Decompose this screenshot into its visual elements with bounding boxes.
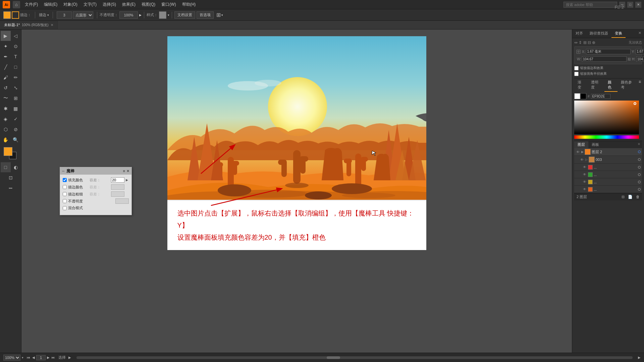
arrange-dropdown-icon[interactable]: ▾ bbox=[221, 13, 223, 17]
layer-target-circle[interactable] bbox=[638, 150, 641, 153]
layer-eye-orange[interactable]: 👁 bbox=[582, 187, 587, 192]
search-input[interactable] bbox=[564, 2, 617, 8]
tab-align[interactable]: 对齐 bbox=[572, 29, 586, 38]
layer-visibility-toggle[interactable]: 👁 bbox=[576, 149, 580, 154]
warp-tool[interactable]: 〜 bbox=[1, 93, 11, 103]
horizontal-scrollbar[interactable] bbox=[76, 356, 633, 359]
layer-row-003[interactable]: 👁 ▷ 003 bbox=[574, 156, 642, 164]
color-panel-menu[interactable]: ≡ bbox=[638, 78, 642, 92]
layer-row-red[interactable]: 👁 ... bbox=[574, 164, 642, 171]
x-input[interactable] bbox=[586, 49, 631, 54]
right-panel-close[interactable]: ✕ bbox=[636, 29, 644, 38]
tab-pathfinder[interactable]: 路径查找器 bbox=[586, 29, 611, 38]
layer-circle-green[interactable] bbox=[638, 173, 641, 176]
select-tool[interactable]: ▶ bbox=[1, 31, 11, 41]
make-clip-mask-button[interactable]: ⊟ bbox=[621, 195, 626, 199]
menu-effect[interactable]: 效果(E) bbox=[119, 1, 138, 8]
tab-layers[interactable]: 图层 bbox=[574, 141, 588, 148]
line-tool[interactable]: ╱ bbox=[1, 62, 11, 72]
fg-swatch[interactable] bbox=[574, 93, 580, 99]
layer-expand-003[interactable]: ▷ bbox=[585, 158, 588, 161]
layers-menu-icon[interactable]: ≡ bbox=[636, 141, 642, 148]
menu-help[interactable]: 帮助(H) bbox=[179, 1, 199, 8]
tab-color-ref[interactable]: 颜色参考 bbox=[618, 78, 638, 92]
first-page-button[interactable]: ⏮ bbox=[26, 356, 31, 359]
menu-edit[interactable]: 编辑(E) bbox=[41, 1, 60, 8]
eyedropper-tool[interactable]: ✓ bbox=[11, 114, 21, 124]
y-input[interactable] bbox=[636, 49, 644, 54]
zoom-dropdown-icon[interactable]: ▾ bbox=[22, 356, 23, 359]
layer-name-group[interactable]: 图层 2 bbox=[592, 149, 637, 155]
layer-row-orange[interactable]: 👁 ... bbox=[574, 186, 642, 193]
stroke-width-checkbox[interactable] bbox=[63, 192, 67, 196]
layer-name-yellow[interactable]: ... bbox=[594, 180, 637, 184]
menu-file[interactable]: 文件(F) bbox=[22, 1, 41, 8]
layer-name-orange[interactable]: ... bbox=[594, 187, 637, 191]
style-swatch[interactable] bbox=[159, 11, 166, 19]
slice-tool[interactable]: ⊘ bbox=[11, 124, 21, 134]
opacity-input[interactable] bbox=[119, 11, 138, 19]
close-button[interactable]: ✕ bbox=[635, 2, 641, 8]
free-transform-tool[interactable]: ⊞ bbox=[11, 93, 21, 103]
screen-mode-button[interactable]: ⊡ bbox=[1, 173, 21, 183]
foreground-color[interactable] bbox=[4, 147, 12, 156]
tab-gradient[interactable]: 渐变 bbox=[574, 78, 588, 92]
rotate-tool[interactable]: ↺ bbox=[1, 83, 11, 93]
opacity-checkbox[interactable] bbox=[63, 199, 67, 203]
panel-minimize-icon[interactable]: ─ bbox=[62, 169, 64, 173]
chain-icon[interactable]: ⛓ bbox=[628, 57, 631, 61]
layer-row-group[interactable]: 👁 ▶ 图层 2 bbox=[574, 148, 642, 156]
status-arrow[interactable]: ▶ bbox=[68, 356, 71, 359]
hue-slider[interactable] bbox=[574, 135, 639, 139]
tab-close-button[interactable]: ✕ bbox=[51, 23, 53, 27]
layer-eye-green[interactable]: 👁 bbox=[582, 172, 587, 177]
zoom-select[interactable]: 100% bbox=[3, 355, 20, 361]
style-dropdown-icon[interactable]: ▾ bbox=[168, 13, 169, 17]
layer-name-003[interactable]: 003 bbox=[596, 158, 637, 162]
stroke-swatch[interactable] bbox=[12, 11, 19, 19]
menu-type[interactable]: 文字(T) bbox=[81, 1, 99, 8]
blend-mode-checkbox[interactable] bbox=[63, 206, 67, 210]
layer-circle-orange[interactable] bbox=[638, 188, 641, 191]
more-tools-button[interactable]: ••• bbox=[1, 183, 21, 193]
last-page-button[interactable]: ⏭ bbox=[51, 356, 56, 359]
hex-input[interactable] bbox=[591, 94, 610, 99]
gradient-tool[interactable]: ◈ bbox=[1, 114, 11, 124]
doc-settings-button[interactable]: 文档设置 bbox=[174, 11, 195, 19]
prev-page-button[interactable]: ◀ bbox=[32, 356, 36, 359]
page-number-input[interactable] bbox=[36, 355, 46, 360]
layer-row-yellow[interactable]: 👁 ... bbox=[574, 178, 642, 186]
fill-color-checkbox[interactable] bbox=[63, 178, 67, 182]
layer-eye-yellow[interactable]: 👁 bbox=[582, 180, 587, 184]
maximize-button[interactable]: □ bbox=[627, 2, 633, 8]
document-tab[interactable]: 未标题-1* 100% (RGB/预览) ✕ bbox=[0, 21, 58, 29]
scale-strokes-checkbox[interactable] bbox=[574, 66, 579, 70]
magic-wand-tool[interactable]: ✦ bbox=[1, 41, 11, 51]
layer-eye-003[interactable]: 👁 bbox=[580, 157, 584, 162]
tab-transform[interactable]: 变换 bbox=[611, 29, 626, 38]
panel-menu-icon[interactable]: ≡ bbox=[123, 169, 125, 173]
layer-circle-yellow[interactable] bbox=[638, 181, 641, 183]
menu-object[interactable]: 对象(O) bbox=[61, 1, 80, 8]
pencil-tool[interactable]: ✏ bbox=[11, 72, 21, 82]
menu-window[interactable]: 窗口(W) bbox=[159, 1, 178, 8]
direct-select-tool[interactable]: ◁ bbox=[11, 31, 21, 41]
color-picker-gradient[interactable] bbox=[574, 101, 639, 134]
layer-circle-003[interactable] bbox=[638, 158, 641, 161]
trash-layer-button[interactable]: 🗑 bbox=[635, 195, 641, 199]
add-new-layer-button[interactable]: 📄 bbox=[627, 195, 634, 199]
type-tool[interactable]: T bbox=[11, 52, 21, 62]
symbol-tool[interactable]: ✱ bbox=[1, 104, 11, 114]
draw-inside-mode[interactable]: ◐ bbox=[11, 162, 21, 172]
tab-color[interactable]: 颜色 bbox=[604, 78, 618, 92]
layer-eye-red[interactable]: 👁 bbox=[582, 165, 587, 170]
column-chart-tool[interactable]: ▦ bbox=[11, 104, 21, 114]
hand-tool[interactable]: ✋ bbox=[1, 135, 11, 145]
zoom-tool[interactable]: 🔍 bbox=[11, 135, 21, 145]
brush-shape-select[interactable]: 点圆形 bbox=[73, 11, 93, 19]
scale-tool[interactable]: ⤡ bbox=[11, 83, 21, 93]
next-page-button[interactable]: ▶ bbox=[46, 356, 50, 359]
minimize-button[interactable]: ─ bbox=[619, 2, 625, 8]
scale-corners-checkbox[interactable] bbox=[574, 72, 579, 76]
scroll-right-arrow[interactable]: ▶ bbox=[638, 356, 641, 359]
